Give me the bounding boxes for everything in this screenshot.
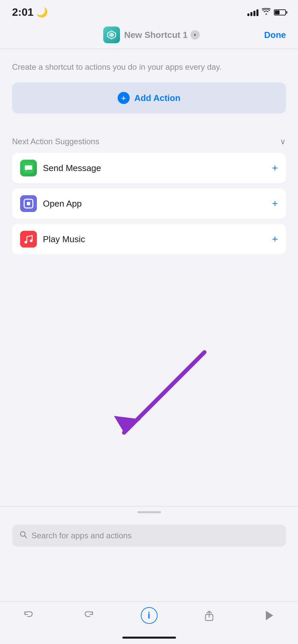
svg-point-7: [24, 241, 27, 244]
open-app-label: Open App: [43, 199, 82, 209]
search-bar-container[interactable]: Search for apps and actions: [12, 525, 286, 547]
annotation-arrow: [0, 335, 298, 453]
svg-marker-10: [114, 416, 141, 433]
send-message-add-icon[interactable]: +: [272, 162, 278, 174]
play-music-label: Play Music: [43, 234, 85, 245]
search-icon: [19, 531, 27, 541]
openapp-app-icon: [20, 195, 37, 212]
suggestions-chevron-icon: ∨: [280, 137, 286, 146]
info-button[interactable]: i: [141, 607, 158, 624]
svg-rect-6: [20, 231, 37, 248]
status-icons: [247, 8, 286, 17]
info-label: i: [148, 610, 151, 621]
moon-icon: 🌙: [36, 7, 48, 18]
svg-line-9: [124, 352, 204, 433]
send-message-label: Send Message: [43, 163, 101, 173]
svg-point-8: [30, 239, 33, 242]
time-display: 2:01: [12, 6, 34, 18]
open-app-add-icon[interactable]: +: [272, 198, 278, 209]
done-button[interactable]: Done: [264, 30, 286, 40]
action-item-open-app[interactable]: Open App +: [12, 189, 286, 219]
shortcut-app-icon: [103, 26, 120, 43]
description-text: Create a shortcut to actions you do in y…: [12, 61, 286, 73]
suggestions-header[interactable]: Next Action Suggestions ∨: [12, 137, 286, 153]
action-item-play-music[interactable]: Play Music +: [12, 224, 286, 254]
search-input-wrapper[interactable]: Search for apps and actions: [12, 525, 286, 547]
play-button[interactable]: [261, 607, 278, 624]
music-app-icon: [20, 231, 37, 248]
svg-rect-5: [27, 202, 30, 205]
status-time: 2:01 🌙: [12, 6, 48, 18]
header: New Shortcut 1 ▾ Done: [0, 22, 298, 49]
chevron-down-icon[interactable]: ▾: [190, 30, 200, 40]
suggestions-title: Next Action Suggestions: [12, 137, 99, 146]
wifi-icon: [262, 8, 271, 17]
signal-bars-icon: [247, 9, 258, 16]
header-center: New Shortcut 1 ▾: [103, 26, 199, 43]
home-indicator: [122, 637, 176, 639]
battery-icon: [274, 9, 286, 15]
redo-button[interactable]: [80, 607, 97, 624]
svg-marker-15: [266, 611, 273, 620]
main-content: Create a shortcut to actions you do in y…: [0, 49, 298, 137]
svg-marker-1: [109, 33, 114, 37]
status-bar: 2:01 🌙: [0, 0, 298, 22]
svg-line-12: [25, 536, 27, 538]
action-item-send-message[interactable]: Send Message +: [12, 153, 286, 183]
header-title[interactable]: New Shortcut 1 ▾: [124, 30, 199, 40]
action-list: Send Message + Open App: [0, 153, 298, 254]
add-action-label: Add Action: [134, 93, 181, 103]
shortcut-title: New Shortcut 1: [124, 30, 187, 40]
play-music-add-icon[interactable]: +: [272, 233, 278, 245]
sheet-handle-area: [0, 506, 298, 513]
messages-app-icon: [20, 160, 37, 176]
sheet-handle-bar: [137, 511, 161, 513]
add-action-button[interactable]: + Add Action: [12, 83, 286, 113]
undo-button[interactable]: [20, 607, 37, 624]
bottom-toolbar: i: [0, 601, 298, 624]
search-placeholder: Search for apps and actions: [32, 531, 132, 540]
add-action-plus-icon: +: [118, 92, 130, 104]
share-button[interactable]: [201, 607, 218, 624]
